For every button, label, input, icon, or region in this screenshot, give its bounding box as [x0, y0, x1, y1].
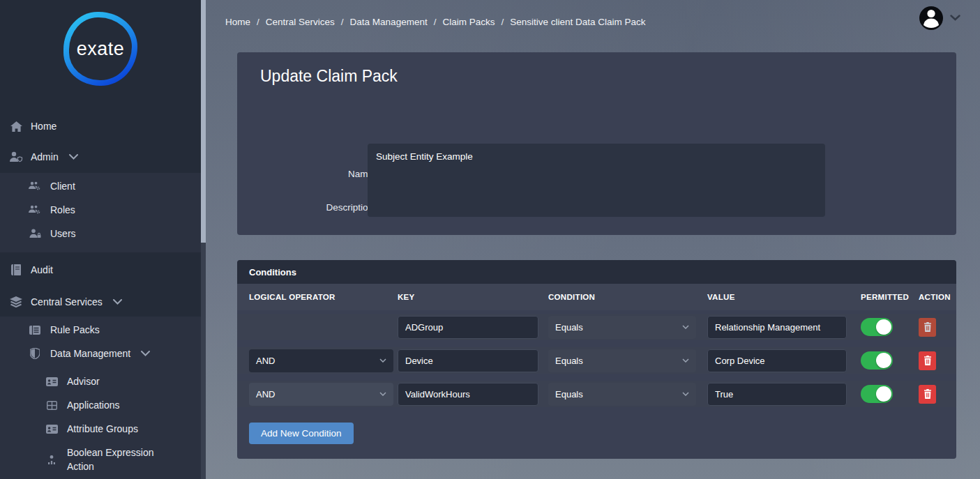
book-icon [8, 264, 24, 275]
value-input[interactable] [707, 316, 847, 339]
column-header-permitted: PERMITTED [861, 293, 919, 301]
chevron-down-icon [682, 325, 689, 329]
shield-icon [28, 348, 42, 359]
main-content: Home / Central Services / Data Managemen… [206, 0, 980, 479]
condition-row: AND Equals [237, 381, 956, 407]
sidebar-item-label: Users [50, 228, 76, 239]
breadcrumb-separator: / [257, 17, 259, 27]
delete-condition-button[interactable] [919, 318, 936, 337]
column-header-logical-operator: LOGICAL OPERATOR [249, 293, 398, 301]
breadcrumb-item[interactable]: Data Management [350, 17, 428, 27]
sidebar-scrollbar-thumb[interactable] [201, 0, 206, 243]
chevron-down-icon [113, 299, 122, 305]
column-header-action: ACTION [919, 293, 956, 301]
sidebar-item-rule-packs[interactable]: Rule Packs [0, 318, 201, 342]
sidebar-item-label: Client [50, 181, 75, 192]
sidebar-item-label: Central Services [31, 296, 103, 307]
person-chart-icon [45, 455, 59, 465]
sidebar-item-central-services[interactable]: Central Services [0, 287, 201, 317]
condition-select-value: Equals [555, 389, 583, 400]
breadcrumb-item[interactable]: Claim Packs [442, 17, 495, 27]
central-services-submenu: Rule Packs Data Management Advisor [0, 317, 201, 479]
trash-icon [924, 322, 932, 332]
sidebar-item-users[interactable]: Users [0, 222, 201, 245]
breadcrumb-separator: / [341, 17, 344, 27]
home-icon [8, 121, 24, 132]
chevron-down-icon [682, 392, 689, 396]
sidebar-item-label: Admin [31, 151, 59, 162]
sidebar-scrollbar-track[interactable] [201, 0, 206, 479]
chevron-down-icon [682, 358, 689, 363]
toggle-knob [876, 353, 891, 368]
sidebar-item-boolean-expression-action[interactable]: Boolean Expression Action [0, 442, 201, 477]
logical-operator-select[interactable]: AND [249, 349, 393, 372]
account-menu-chevron-icon[interactable] [950, 11, 960, 24]
key-input[interactable] [398, 349, 538, 372]
sidebar-item-admin[interactable]: Admin [0, 144, 201, 170]
sidebar-item-applications[interactable]: Applications [0, 393, 201, 417]
permitted-toggle[interactable] [861, 385, 893, 403]
sidebar-item-home[interactable]: Home [0, 112, 201, 141]
sidebar-item-client[interactable]: Client [0, 174, 201, 198]
breadcrumb-separator: / [434, 17, 437, 27]
breadcrumb-item[interactable]: Central Services [266, 17, 335, 27]
description-textarea[interactable]: Subject Entity Example [368, 144, 825, 217]
condition-select[interactable]: Equals [548, 383, 696, 406]
breadcrumb: Home / Central Services / Data Managemen… [225, 17, 646, 27]
users-gear-icon [28, 205, 42, 215]
admin-submenu: Client Roles Users [0, 173, 201, 252]
condition-select[interactable]: Equals [548, 316, 696, 339]
sidebar-item-label: Applications [67, 400, 120, 411]
breadcrumb-item[interactable]: Home [225, 17, 250, 27]
add-new-condition-button[interactable]: Add New Condition [249, 423, 354, 444]
id-card-icon [45, 425, 59, 434]
permitted-toggle[interactable] [861, 318, 893, 336]
users-gear-icon [28, 181, 42, 191]
sidebar-item-attribute-groups[interactable]: Attribute Groups [0, 417, 201, 441]
key-input[interactable] [398, 383, 538, 406]
list-icon [28, 326, 42, 335]
logical-operator-select[interactable]: AND [249, 383, 393, 406]
user-lock-icon [28, 229, 42, 238]
chevron-down-icon [141, 351, 150, 356]
breadcrumb-item[interactable]: Sensitive client Data Claim Pack [510, 17, 645, 27]
key-input[interactable] [398, 316, 538, 339]
permitted-toggle[interactable] [861, 351, 893, 370]
condition-select-value: Equals [555, 322, 583, 333]
column-header-condition: CONDITION [548, 293, 707, 301]
logo-text: exate [77, 38, 125, 60]
condition-row: Equals [237, 314, 956, 340]
sidebar-item-roles[interactable]: Roles [0, 198, 201, 222]
page-title: Update Claim Pack [260, 67, 398, 86]
table-icon [45, 401, 59, 410]
chevron-down-icon [379, 392, 386, 396]
chevron-down-icon [379, 358, 386, 363]
update-claim-pack-card: Update Claim Pack Name Description Subje… [237, 52, 956, 235]
operator-select-value: AND [256, 356, 275, 366]
delete-condition-button[interactable] [919, 385, 936, 404]
value-input[interactable] [707, 349, 847, 372]
sidebar-item-audit[interactable]: Audit [0, 255, 201, 284]
user-avatar[interactable] [919, 6, 943, 30]
sidebar-item-advisor[interactable]: Advisor [0, 370, 201, 393]
breadcrumb-separator: / [501, 17, 504, 27]
app-window: exate Home Admin Cli [0, 0, 980, 479]
trash-icon [924, 389, 932, 399]
delete-condition-button[interactable] [919, 351, 936, 370]
column-header-value: VALUE [707, 293, 861, 301]
chevron-down-icon [69, 154, 78, 160]
sidebar-item-label: Advisor [67, 376, 100, 387]
sidebar: exate Home Admin Cli [0, 0, 206, 479]
name-label: Name [260, 169, 373, 179]
condition-row: AND Equals [237, 347, 956, 374]
trash-icon [924, 356, 932, 365]
condition-select[interactable]: Equals [548, 349, 696, 372]
condition-select-value: Equals [555, 356, 583, 366]
sidebar-item-data-management[interactable]: Data Management [0, 342, 201, 365]
conditions-card: Conditions LOGICAL OPERATOR KEY CONDITIO… [237, 260, 956, 459]
sidebar-item-label: Data Management [50, 348, 130, 359]
value-input[interactable] [707, 383, 847, 406]
sidebar-item-label: Home [31, 121, 56, 132]
sidebar-item-label: Boolean Expression Action [67, 446, 156, 473]
sidebar-item-label: Rule Packs [50, 324, 100, 335]
